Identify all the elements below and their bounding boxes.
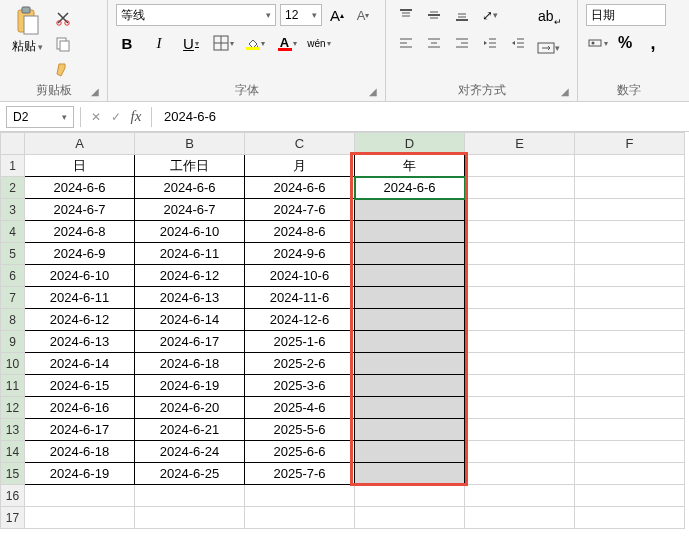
col-header-A[interactable]: A bbox=[25, 133, 135, 155]
cell[interactable]: 2024-6-25 bbox=[135, 463, 245, 485]
cell[interactable]: 2025-5-6 bbox=[245, 419, 355, 441]
cell[interactable] bbox=[465, 199, 575, 221]
row-header[interactable]: 16 bbox=[1, 485, 25, 507]
row-header[interactable]: 6 bbox=[1, 265, 25, 287]
dialog-launcher-icon[interactable]: ◢ bbox=[561, 86, 569, 97]
cell[interactable] bbox=[465, 287, 575, 309]
cell[interactable] bbox=[245, 485, 355, 507]
cell[interactable] bbox=[135, 507, 245, 529]
cell[interactable]: 2024-12-6 bbox=[245, 309, 355, 331]
cell[interactable] bbox=[465, 463, 575, 485]
borders-button[interactable]: ▾ bbox=[212, 32, 234, 54]
cell[interactable]: 2024-6-13 bbox=[135, 287, 245, 309]
row-header[interactable]: 5 bbox=[1, 243, 25, 265]
row-header[interactable]: 11 bbox=[1, 375, 25, 397]
cell[interactable] bbox=[355, 199, 465, 221]
cell[interactable] bbox=[575, 309, 685, 331]
cell[interactable] bbox=[355, 265, 465, 287]
cell[interactable] bbox=[355, 485, 465, 507]
cancel-formula-button[interactable]: ✕ bbox=[87, 110, 105, 124]
cell[interactable] bbox=[575, 177, 685, 199]
paste-button[interactable]: 粘贴▾ bbox=[8, 4, 47, 57]
cell[interactable]: 2024-6-24 bbox=[135, 441, 245, 463]
cell[interactable] bbox=[355, 463, 465, 485]
cell[interactable] bbox=[465, 507, 575, 529]
cell[interactable] bbox=[465, 485, 575, 507]
cell[interactable] bbox=[465, 441, 575, 463]
comma-button[interactable]: , bbox=[642, 32, 664, 54]
fx-button[interactable]: fx bbox=[127, 108, 145, 125]
align-bottom-button[interactable] bbox=[450, 4, 474, 26]
cell[interactable]: 2024-6-20 bbox=[135, 397, 245, 419]
cell[interactable]: 2024-6-9 bbox=[25, 243, 135, 265]
cell[interactable]: 2024-6-11 bbox=[25, 287, 135, 309]
formula-input[interactable] bbox=[158, 106, 683, 128]
align-right-button[interactable] bbox=[450, 32, 474, 54]
row-header[interactable]: 10 bbox=[1, 353, 25, 375]
cell[interactable] bbox=[355, 287, 465, 309]
cell[interactable] bbox=[465, 375, 575, 397]
row-header[interactable]: 2 bbox=[1, 177, 25, 199]
dialog-launcher-icon[interactable]: ◢ bbox=[369, 86, 377, 97]
cell[interactable]: 2024-6-19 bbox=[25, 463, 135, 485]
copy-button[interactable] bbox=[53, 34, 73, 54]
cell[interactable]: 2025-1-6 bbox=[245, 331, 355, 353]
cell[interactable] bbox=[355, 243, 465, 265]
cell[interactable]: 2025-6-6 bbox=[245, 441, 355, 463]
cell[interactable] bbox=[575, 155, 685, 177]
cell[interactable]: 2024-10-6 bbox=[245, 265, 355, 287]
cell[interactable] bbox=[575, 397, 685, 419]
merge-button[interactable]: ▾ bbox=[536, 37, 560, 59]
wrap-text-button[interactable]: ab↵ bbox=[536, 6, 564, 29]
cell[interactable]: 2024-8-6 bbox=[245, 221, 355, 243]
col-header-D[interactable]: D bbox=[355, 133, 465, 155]
cut-button[interactable] bbox=[53, 8, 73, 28]
cell[interactable] bbox=[575, 287, 685, 309]
cell[interactable] bbox=[575, 375, 685, 397]
cell[interactable]: 2024-7-6 bbox=[245, 199, 355, 221]
cell[interactable]: 2024-6-18 bbox=[135, 353, 245, 375]
cell[interactable] bbox=[575, 485, 685, 507]
cell[interactable] bbox=[575, 331, 685, 353]
cell[interactable] bbox=[465, 397, 575, 419]
row-header[interactable]: 14 bbox=[1, 441, 25, 463]
format-painter-button[interactable] bbox=[53, 60, 73, 80]
cell[interactable]: 2024-6-14 bbox=[135, 309, 245, 331]
cell[interactable] bbox=[355, 441, 465, 463]
cell[interactable]: 2024-6-6 bbox=[355, 177, 465, 199]
confirm-formula-button[interactable]: ✓ bbox=[107, 110, 125, 124]
cell[interactable] bbox=[465, 155, 575, 177]
col-header-E[interactable]: E bbox=[465, 133, 575, 155]
cell[interactable]: 2025-2-6 bbox=[245, 353, 355, 375]
cell[interactable]: 月 bbox=[245, 155, 355, 177]
row-header[interactable]: 9 bbox=[1, 331, 25, 353]
row-header[interactable]: 13 bbox=[1, 419, 25, 441]
name-box[interactable]: D2▾ bbox=[6, 106, 74, 128]
cell[interactable] bbox=[465, 353, 575, 375]
fill-color-button[interactable]: ▾ bbox=[244, 32, 266, 54]
cell[interactable]: 2024-6-21 bbox=[135, 419, 245, 441]
cell[interactable]: 2024-6-17 bbox=[135, 331, 245, 353]
cell[interactable]: 2024-6-10 bbox=[135, 221, 245, 243]
row-header[interactable]: 7 bbox=[1, 287, 25, 309]
align-top-button[interactable] bbox=[394, 4, 418, 26]
cell[interactable] bbox=[575, 507, 685, 529]
underline-button[interactable]: U▾ bbox=[180, 32, 202, 54]
cell[interactable] bbox=[355, 507, 465, 529]
cell[interactable]: 2024-6-17 bbox=[25, 419, 135, 441]
cell[interactable]: 日 bbox=[25, 155, 135, 177]
cell[interactable] bbox=[465, 243, 575, 265]
cell[interactable]: 2025-4-6 bbox=[245, 397, 355, 419]
cell[interactable]: 2024-6-10 bbox=[25, 265, 135, 287]
cell[interactable] bbox=[355, 331, 465, 353]
cell[interactable] bbox=[465, 265, 575, 287]
align-center-button[interactable] bbox=[422, 32, 446, 54]
percent-button[interactable]: % bbox=[614, 32, 636, 54]
phonetic-button[interactable]: wén▾ bbox=[308, 32, 330, 54]
cell[interactable] bbox=[575, 463, 685, 485]
cell[interactable]: 2024-6-6 bbox=[245, 177, 355, 199]
accounting-format-button[interactable]: ▾ bbox=[586, 32, 608, 54]
number-format-select[interactable]: 日期 bbox=[586, 4, 666, 26]
cell[interactable]: 2024-6-12 bbox=[135, 265, 245, 287]
cell[interactable]: 2024-6-16 bbox=[25, 397, 135, 419]
